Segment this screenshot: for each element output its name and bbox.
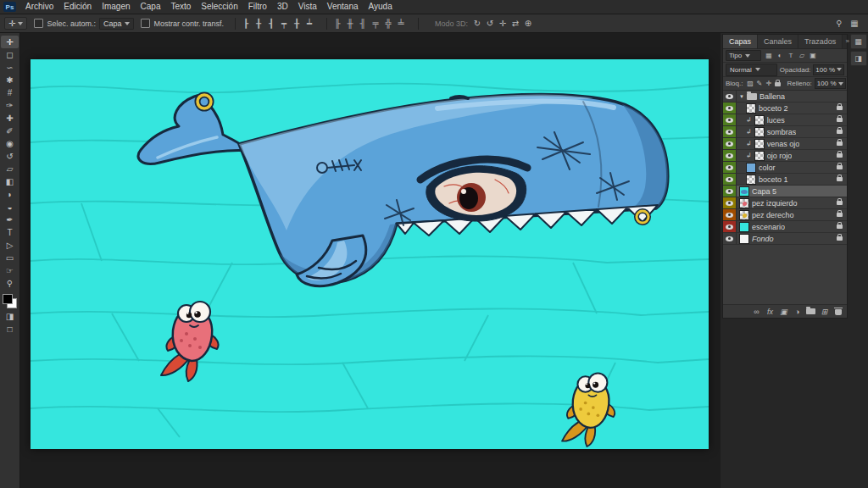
- layer-thumbnail[interactable]: [754, 151, 765, 161]
- layer-row-pez-izquierdo[interactable]: pez izquierdo: [723, 197, 847, 209]
- lasso-tool[interactable]: ∽: [1, 61, 19, 74]
- collapsed-color-panel-icon[interactable]: ▦: [850, 34, 867, 49]
- layer-row-sombras[interactable]: ↲sombras: [723, 126, 847, 138]
- layer-row-main[interactable]: color: [737, 162, 847, 173]
- layer-thumbnail[interactable]: [746, 103, 756, 114]
- visibility-toggle[interactable]: [723, 162, 737, 173]
- visibility-toggle[interactable]: [723, 233, 737, 244]
- rotate-3d-icon[interactable]: ↻: [471, 18, 483, 30]
- auto-select-checkbox[interactable]: [34, 19, 43, 28]
- layer-row-color[interactable]: color: [723, 162, 847, 174]
- zoom-tool[interactable]: ⚲: [1, 277, 19, 290]
- collapsed-properties-panel-icon[interactable]: ◨: [850, 51, 867, 66]
- tab-capas[interactable]: Capas: [723, 35, 758, 48]
- layer-row-ojo-rojo[interactable]: ↲ojo rojo: [723, 150, 847, 162]
- scale-3d-icon[interactable]: ⊕: [522, 18, 534, 30]
- align-top-edges-icon[interactable]: ┯: [278, 18, 290, 30]
- clone-stamp-tool[interactable]: ◉: [1, 137, 19, 150]
- layer-thumbnail[interactable]: [746, 175, 756, 185]
- layer-name[interactable]: escenario: [752, 223, 785, 231]
- layer-effects-icon[interactable]: fx: [765, 306, 776, 317]
- menu-ayuda[interactable]: Ayuda: [364, 0, 398, 14]
- menu-archivo[interactable]: Archivo: [20, 0, 58, 14]
- distribute-vertical-centers-icon[interactable]: ╬: [382, 18, 394, 30]
- layer-row-capa-5[interactable]: Capa 5: [723, 186, 847, 197]
- blur-tool[interactable]: ◗: [1, 188, 19, 201]
- layer-row-main[interactable]: Capa 5: [737, 186, 847, 197]
- lock-transparency-icon[interactable]: ▨: [745, 79, 754, 88]
- roll-3d-icon[interactable]: ↺: [484, 18, 496, 30]
- layer-name[interactable]: pez derecho: [752, 211, 794, 219]
- new-adjustment-layer-icon[interactable]: ◑: [792, 306, 803, 317]
- layer-row-main[interactable]: pez derecho: [737, 209, 847, 220]
- visibility-toggle[interactable]: [723, 209, 737, 220]
- distribute-left-edges-icon[interactable]: ╟: [331, 18, 343, 30]
- layer-name[interactable]: luces: [767, 116, 785, 125]
- distribute-right-edges-icon[interactable]: ╢: [357, 18, 369, 30]
- visibility-toggle[interactable]: [723, 186, 737, 197]
- layer-row-main[interactable]: ↲venas ojo: [737, 138, 847, 149]
- pen-tool[interactable]: ✒: [1, 214, 19, 226]
- hand-tool[interactable]: ☞: [1, 264, 19, 277]
- drag-3d-icon[interactable]: ✛: [497, 18, 509, 30]
- brush-tool[interactable]: ✐: [1, 125, 19, 137]
- menu-ventana[interactable]: Ventana: [322, 0, 364, 14]
- layer-thumbnail[interactable]: [739, 222, 749, 232]
- align-left-edges-icon[interactable]: ┠: [240, 18, 252, 30]
- delete-layer-icon[interactable]: [832, 306, 843, 317]
- path-selection-tool[interactable]: ▷: [1, 239, 19, 252]
- layer-row-main[interactable]: ↲sombras: [737, 126, 847, 137]
- visibility-toggle[interactable]: [723, 138, 737, 149]
- quick-selection-tool[interactable]: ✱: [1, 74, 19, 86]
- filter-pixel-layers-icon[interactable]: ▦: [764, 51, 774, 61]
- align-right-edges-icon[interactable]: ┨: [265, 18, 277, 30]
- layer-thumbnail[interactable]: [754, 115, 765, 125]
- expand-arrow-icon[interactable]: ▼: [739, 94, 744, 99]
- menu-texto[interactable]: Texto: [165, 0, 196, 14]
- layer-row-main[interactable]: boceto 2: [737, 103, 847, 114]
- layer-name[interactable]: sombras: [767, 128, 797, 136]
- shape-tool[interactable]: ▭: [1, 252, 19, 264]
- tab-trazados[interactable]: Trazados: [798, 35, 843, 48]
- menu-imagen[interactable]: Imagen: [97, 0, 135, 14]
- type-tool[interactable]: T: [1, 226, 19, 239]
- visibility-toggle[interactable]: [723, 114, 737, 125]
- visibility-toggle[interactable]: [723, 174, 737, 185]
- history-brush-tool[interactable]: ↺: [1, 150, 19, 163]
- eyedropper-tool[interactable]: ✑: [1, 99, 19, 112]
- blend-mode-dropdown[interactable]: Normal: [726, 64, 777, 76]
- menu-seleccion[interactable]: Selección: [196, 0, 242, 14]
- link-layers-icon[interactable]: ∞: [751, 306, 762, 317]
- menu-capa[interactable]: Capa: [136, 0, 166, 14]
- layer-thumbnail[interactable]: [739, 210, 749, 220]
- lock-position-icon[interactable]: ✛: [764, 79, 773, 88]
- lock-all-icon[interactable]: [773, 79, 782, 88]
- move-tool[interactable]: ✛: [1, 36, 19, 48]
- screen-mode-icon[interactable]: □: [1, 323, 19, 336]
- layer-thumbnail[interactable]: [746, 163, 756, 173]
- distribute-top-edges-icon[interactable]: ╤: [370, 18, 381, 30]
- layer-row-ballena[interactable]: ▼Ballena: [723, 91, 847, 103]
- layer-row-main[interactable]: ▼Ballena: [737, 91, 847, 102]
- slide-3d-icon[interactable]: ⇄: [509, 18, 521, 30]
- quick-mask-icon[interactable]: ◨: [1, 310, 19, 323]
- layer-name[interactable]: ojo rojo: [767, 152, 793, 160]
- align-vertical-centers-icon[interactable]: ╂: [291, 18, 303, 30]
- search-icon[interactable]: ⚲: [833, 18, 845, 30]
- layer-row-main[interactable]: Fondo: [737, 233, 847, 244]
- menu-3d[interactable]: 3D: [272, 0, 293, 14]
- layer-name[interactable]: Ballena: [760, 92, 785, 101]
- visibility-toggle[interactable]: [723, 221, 737, 232]
- tool-preset-dropdown[interactable]: ✛: [4, 17, 27, 30]
- layer-row-pez-derecho[interactable]: pez derecho: [723, 209, 847, 221]
- auto-select-dropdown[interactable]: Capa: [99, 18, 135, 30]
- distribute-horizontal-centers-icon[interactable]: ╫: [344, 18, 356, 30]
- visibility-toggle[interactable]: [723, 126, 737, 137]
- healing-brush-tool[interactable]: ✚: [1, 112, 19, 125]
- layer-name[interactable]: pez izquierdo: [752, 199, 798, 208]
- gradient-tool[interactable]: ◧: [1, 175, 19, 188]
- layer-row-main[interactable]: pez izquierdo: [737, 197, 847, 208]
- layer-name[interactable]: boceto 2: [759, 104, 788, 113]
- layer-row-main[interactable]: ↲luces: [737, 114, 847, 125]
- layer-row-main[interactable]: escenario: [737, 221, 847, 232]
